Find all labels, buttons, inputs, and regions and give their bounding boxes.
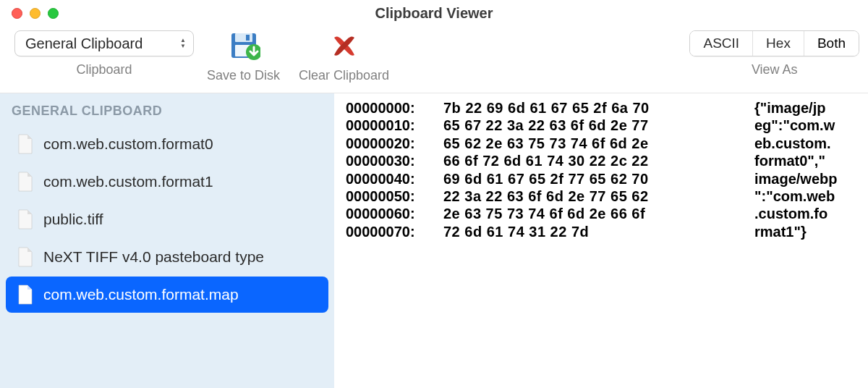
hex-offset: 00000020: [346, 135, 443, 152]
hex-ascii: ":"com.web [754, 187, 835, 205]
hex-ascii: image/webp [754, 170, 837, 187]
save-group-label: Save to Disk [207, 68, 280, 83]
minimize-window-button[interactable] [30, 8, 41, 19]
hex-row: 00000030:66 6f 72 6d 61 74 30 22 2c 22fo… [346, 152, 856, 169]
zoom-window-button[interactable] [48, 8, 59, 19]
hex-bytes: 65 67 22 3a 22 63 6f 6d 2e 77 [443, 117, 754, 134]
hex-bytes: 7b 22 69 6d 61 67 65 2f 6a 70 [443, 99, 754, 117]
hex-row: 00000040:69 6d 61 67 65 2f 77 65 62 70im… [346, 170, 856, 187]
window-title: Clipboard Viewer [0, 5, 868, 22]
hex-ascii: eg":"com.w [754, 117, 835, 134]
hex-bytes: 2e 63 75 73 74 6f 6d 2e 66 6f [443, 205, 754, 222]
viewas-group-label: View As [752, 62, 798, 77]
save-to-disk-button[interactable] [224, 30, 264, 62]
hex-bytes: 66 6f 72 6d 61 74 30 22 2c 22 [443, 152, 754, 169]
svg-rect-3 [246, 35, 250, 41]
titlebar: Clipboard Viewer [0, 0, 868, 26]
clipboard-dropdown-value: General Clipboard [25, 35, 142, 52]
viewas-segmented: ASCII Hex Both [689, 30, 859, 56]
sidebar-item-label: public.tiff [43, 211, 103, 228]
traffic-lights [12, 8, 59, 19]
file-icon [17, 172, 33, 192]
sidebar-item-label: NeXT TIFF v4.0 pasteboard type [43, 248, 264, 266]
clear-clipboard-button[interactable] [324, 30, 365, 62]
svg-rect-1 [235, 33, 252, 42]
hex-offset: 00000000: [346, 99, 443, 117]
hex-ascii: eb.custom. [754, 135, 831, 152]
hex-bytes: 65 62 2e 63 75 73 74 6f 6d 2e [443, 135, 754, 152]
hexdump-content: 00000000:7b 22 69 6d 61 67 65 2f 6a 70{"… [334, 93, 868, 388]
hex-ascii: rmat1"} [754, 223, 807, 240]
hex-offset: 00000010: [346, 117, 443, 134]
clipboard-dropdown[interactable]: General Clipboard ▲▼ [14, 30, 194, 56]
sidebar-item[interactable]: com.web.custom.format1 [6, 164, 328, 200]
main: GENERAL CLIPBOARD com.web.custom.format0… [0, 93, 868, 388]
hex-row: 00000020:65 62 2e 63 75 73 74 6f 6d 2eeb… [346, 135, 856, 152]
close-window-button[interactable] [12, 8, 22, 19]
viewas-both[interactable]: Both [804, 31, 859, 56]
clear-group-label: Clear Clipboard [299, 68, 389, 83]
viewas-ascii[interactable]: ASCII [690, 31, 753, 56]
floppy-save-icon [227, 30, 260, 62]
sidebar-item[interactable]: public.tiff [6, 201, 328, 237]
save-group: Save to Disk [207, 30, 280, 83]
viewas-hex[interactable]: Hex [753, 31, 804, 56]
hex-offset: 00000060: [346, 205, 443, 222]
sidebar-item-label: com.web.custom.format0 [43, 135, 213, 153]
viewas-group: ASCII Hex Both View As [689, 30, 859, 77]
hex-row: 00000050:22 3a 22 63 6f 6d 2e 77 65 62":… [346, 187, 856, 205]
hex-offset: 00000030: [346, 152, 443, 169]
sidebar-item-label: com.web.custom.format1 [43, 173, 213, 190]
hex-offset: 00000070: [346, 223, 443, 240]
file-icon [17, 247, 33, 267]
file-icon [17, 209, 33, 229]
sidebar-item[interactable]: NeXT TIFF v4.0 pasteboard type [6, 239, 328, 275]
hex-row: 00000060:2e 63 75 73 74 6f 6d 2e 66 6f.c… [346, 205, 856, 222]
clipboard-group-label: Clipboard [76, 62, 132, 77]
dropdown-arrows-icon: ▲▼ [180, 38, 186, 49]
toolbar: General Clipboard ▲▼ Clipboard Save to D… [0, 26, 868, 93]
sidebar-item-label: com.web.custom.format.map [43, 286, 239, 303]
hex-ascii: {"image/jp [754, 99, 825, 117]
file-icon [17, 284, 33, 305]
clear-x-icon [330, 32, 359, 61]
clear-group: Clear Clipboard [299, 30, 389, 83]
hex-ascii: format0"," [754, 152, 825, 169]
hex-row: 00000010:65 67 22 3a 22 63 6f 6d 2e 77eg… [346, 117, 856, 134]
hex-row: 00000000:7b 22 69 6d 61 67 65 2f 6a 70{"… [346, 99, 856, 117]
sidebar-header: GENERAL CLIPBOARD [0, 101, 334, 125]
hex-bytes: 69 6d 61 67 65 2f 77 65 62 70 [443, 170, 754, 187]
sidebar-item[interactable]: com.web.custom.format.map [6, 277, 328, 313]
hex-ascii: .custom.fo [754, 205, 827, 222]
file-icon [17, 134, 33, 154]
clipboard-selector-group: General Clipboard ▲▼ Clipboard [9, 30, 200, 77]
sidebar-item[interactable]: com.web.custom.format0 [6, 126, 328, 162]
hex-row: 00000070:72 6d 61 74 31 22 7d rmat1"} [346, 223, 856, 240]
sidebar: GENERAL CLIPBOARD com.web.custom.format0… [0, 93, 334, 388]
hex-bytes: 72 6d 61 74 31 22 7d [443, 223, 754, 240]
hex-offset: 00000050: [346, 187, 443, 205]
hex-bytes: 22 3a 22 63 6f 6d 2e 77 65 62 [443, 187, 754, 205]
hex-offset: 00000040: [346, 170, 443, 187]
